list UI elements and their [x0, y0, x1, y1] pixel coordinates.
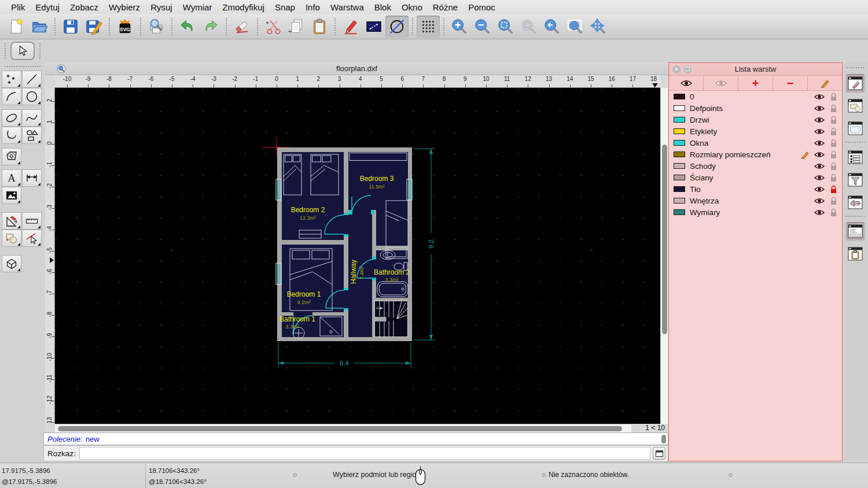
layer-visibility-eye-icon[interactable] [814, 105, 825, 112]
dock-toggle-pen-window[interactable] [846, 74, 865, 93]
layer-row[interactable]: Defpoints [669, 102, 842, 114]
menu-wymiar[interactable]: Wymiar [178, 2, 218, 12]
layer-lock-icon[interactable] [830, 139, 837, 147]
zoom-in-button[interactable] [448, 16, 471, 38]
circle-tool-button[interactable] [22, 88, 42, 105]
dock-toggle-command-trigger-window[interactable] [846, 193, 865, 212]
layer-row[interactable]: Okna [669, 137, 842, 149]
canvas-horizontal-scrollbar[interactable] [55, 424, 641, 432]
cut-button[interactable]: + [262, 16, 285, 38]
modify-tool-button[interactable] [2, 230, 21, 247]
menu-wybierz[interactable]: Wybierz [104, 2, 145, 12]
menu-edytuj[interactable]: Edytuj [30, 2, 65, 12]
menu-plik[interactable]: Plik [6, 2, 30, 12]
select-tool-button[interactable] [10, 42, 35, 60]
menu-pomoc[interactable]: Pomoc [463, 2, 501, 12]
save-as-button[interactable] [82, 16, 105, 38]
menu-zmodyfikuj[interactable]: Zmodyfikuj [217, 2, 270, 12]
layer-row[interactable]: Wymiary [669, 206, 842, 218]
arc-tool-button[interactable] [2, 88, 21, 105]
solid-3d-tool-button[interactable] [2, 255, 21, 272]
layer-visibility-eye-icon[interactable] [814, 198, 825, 204]
new-document-button[interactable] [5, 16, 28, 38]
layer-lock-icon[interactable] [830, 173, 837, 182]
layer-lock-icon[interactable] [830, 150, 837, 159]
zoom-window-button[interactable] [564, 16, 587, 38]
remove-layer-button[interactable]: − [773, 76, 808, 90]
undo-button[interactable] [176, 16, 199, 38]
layer-lock-icon[interactable] [830, 116, 837, 124]
ellipse-tool-button[interactable] [2, 109, 21, 127]
text-tool-button[interactable]: A [2, 169, 21, 187]
layer-lock-icon[interactable] [830, 93, 837, 101]
hatch-tool-button[interactable] [2, 148, 21, 165]
scrollbar-thumb[interactable] [58, 426, 622, 431]
layer-visibility-eye-icon[interactable] [814, 128, 825, 135]
layer-visibility-eye-icon[interactable] [814, 186, 825, 193]
menu-warstwa[interactable]: Warstwa [325, 2, 369, 12]
redo-button[interactable] [199, 16, 222, 38]
menu-okno[interactable]: Okno [396, 2, 428, 12]
show-all-layers-button[interactable] [669, 76, 704, 90]
image-tool-button[interactable] [2, 187, 21, 204]
layer-lock-icon[interactable] [830, 162, 837, 171]
menu-snap[interactable]: Snap [270, 2, 300, 12]
paste-button[interactable] [308, 16, 331, 38]
dock-drag-handle[interactable] [847, 67, 864, 69]
layer-visibility-eye-icon[interactable] [814, 151, 825, 158]
line-tool-button[interactable] [22, 71, 42, 88]
measure-tool-button[interactable] [22, 212, 42, 230]
layer-row[interactable]: Wnętrza [669, 195, 842, 206]
polygon-tool-button[interactable] [22, 127, 42, 144]
layer-row[interactable]: Rozmiary pomieszczeń [669, 149, 842, 160]
dimension-tool-button[interactable] [22, 169, 42, 187]
zoom-out-button[interactable] [471, 16, 494, 38]
menu-blok[interactable]: Blok [369, 2, 396, 12]
dock-toggle-library-window[interactable] [846, 119, 865, 138]
layer-row[interactable]: Drzwi [669, 114, 842, 125]
drawing-canvas[interactable]: .wall { fill:#a6a6a6; } .room { fill:#14… [55, 88, 660, 424]
menu-info[interactable]: Info [300, 2, 325, 12]
points-tool-button[interactable] [2, 71, 21, 88]
layer-lock-icon[interactable] [830, 185, 837, 194]
close-icon[interactable]: ✕ [672, 65, 681, 73]
layer-row[interactable]: Schody [669, 160, 842, 172]
layer-row[interactable]: 0 [669, 91, 842, 102]
polyline-tool-button[interactable] [2, 127, 21, 144]
edit-layer-button[interactable] [808, 76, 842, 90]
print-preview-button[interactable] [145, 16, 168, 38]
layer-visibility-eye-icon[interactable] [814, 209, 825, 216]
svg-export-button[interactable]: SVG [113, 16, 137, 38]
command-history[interactable]: Polecenie: new [43, 432, 668, 445]
draw-tools-button[interactable] [2, 212, 21, 230]
zoom-auto-button[interactable] [494, 16, 517, 38]
toolbar-drag-handle[interactable] [39, 43, 42, 58]
save-button[interactable] [59, 16, 82, 38]
menu-rysuj[interactable]: Rysuj [145, 2, 178, 12]
select-entity-tool-button[interactable] [22, 230, 42, 247]
draft-mode-button[interactable] [385, 16, 409, 38]
delete-button[interactable] [230, 16, 253, 38]
add-layer-button[interactable]: + [738, 76, 773, 90]
layer-visibility-eye-icon[interactable] [814, 175, 825, 181]
layer-lock-icon[interactable] [830, 197, 837, 205]
line-rectangle-button[interactable] [362, 16, 385, 38]
layer-row[interactable]: Etykiety [669, 125, 842, 137]
layer-lock-icon[interactable] [830, 127, 837, 136]
toolbar-drag-handle[interactable] [5, 43, 7, 58]
pen-edit-button[interactable] [339, 16, 362, 38]
scrollbar-thumb[interactable] [662, 145, 667, 334]
canvas-vertical-scrollbar[interactable] [660, 88, 668, 424]
zoom-selection-button[interactable] [517, 16, 540, 38]
layer-row[interactable]: Tło [669, 183, 842, 195]
layer-visibility-eye-icon[interactable] [814, 140, 825, 146]
dock-toggle-clipboard-window[interactable] [846, 245, 865, 263]
zoom-pan-button[interactable] [587, 16, 610, 38]
hide-all-layers-button[interactable] [704, 76, 738, 90]
copy-button[interactable]: + [285, 16, 308, 38]
command-detach-button[interactable] [653, 447, 665, 460]
command-input[interactable] [79, 447, 650, 460]
dock-toggle-layer-list-window[interactable] [846, 148, 865, 167]
open-folder-button[interactable] [28, 16, 51, 38]
menu-rozne[interactable]: Różne [428, 2, 463, 12]
